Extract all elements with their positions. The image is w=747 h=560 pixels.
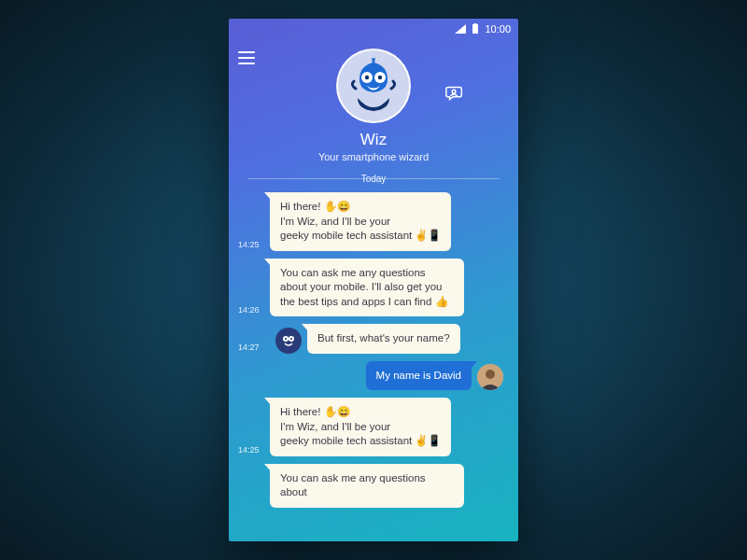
svg-point-7 — [277, 329, 300, 352]
message-bubble-in[interactable]: Hi there! ✋😄 I'm Wiz, and I'll be your g… — [270, 398, 451, 456]
svg-point-13 — [486, 370, 495, 379]
contact-chat-icon[interactable] — [442, 80, 468, 106]
message-row: 14:26 You can ask me any questions about… — [238, 259, 509, 317]
message-row: 14:25 Hi there! ✋😄 I'm Wiz, and I'll be … — [238, 398, 509, 456]
clock-text: 10:00 — [485, 23, 511, 35]
message-bubble-in[interactable]: You can ask me any questions about your … — [270, 259, 464, 317]
message-time: 14:26 — [238, 305, 270, 316]
svg-point-4 — [365, 76, 369, 79]
bot-name: Wiz — [229, 131, 518, 149]
message-bubble-out[interactable]: My name is David — [366, 361, 472, 391]
bot-mini-avatar[interactable] — [275, 328, 302, 354]
bot-avatar[interactable] — [336, 49, 411, 123]
message-bubble-in[interactable]: You can ask me any questions about — [270, 464, 464, 508]
battery-icon — [472, 23, 479, 35]
stage: 10:00 Wiz — [0, 0, 747, 560]
bot-subtitle: Your smartphone wizard — [229, 151, 518, 162]
message-bubble-in[interactable]: Hi there! ✋😄 I'm Wiz, and I'll be your g… — [270, 192, 451, 251]
svg-point-5 — [378, 76, 382, 79]
message-row: My name is David — [238, 361, 509, 391]
message-row: 14:27 But first, what's your name? — [238, 324, 509, 354]
status-bar: 10:00 — [229, 19, 518, 39]
user-mini-avatar[interactable] — [477, 364, 503, 390]
message-time — [238, 506, 270, 508]
svg-rect-1 — [474, 23, 477, 25]
chat-scroll[interactable]: 14:25 Hi there! ✋😄 I'm Wiz, and I'll be … — [229, 192, 518, 508]
chat-header: Wiz Your smartphone wizard — [229, 39, 518, 162]
phone-frame: 10:00 Wiz — [229, 19, 518, 541]
message-row: You can ask me any questions about — [238, 464, 509, 508]
date-divider: Today — [247, 172, 500, 185]
svg-point-11 — [290, 338, 292, 340]
date-chip: Today — [354, 174, 394, 184]
svg-point-6 — [452, 90, 456, 93]
message-time: 14:27 — [238, 343, 270, 354]
svg-rect-0 — [472, 24, 478, 34]
message-time: 14:25 — [238, 445, 270, 456]
message-time: 14:25 — [238, 240, 270, 251]
message-row: 14:25 Hi there! ✋😄 I'm Wiz, and I'll be … — [238, 192, 509, 251]
signal-icon — [455, 24, 466, 34]
svg-point-10 — [285, 338, 287, 340]
message-bubble-in[interactable]: But first, what's your name? — [307, 324, 460, 354]
